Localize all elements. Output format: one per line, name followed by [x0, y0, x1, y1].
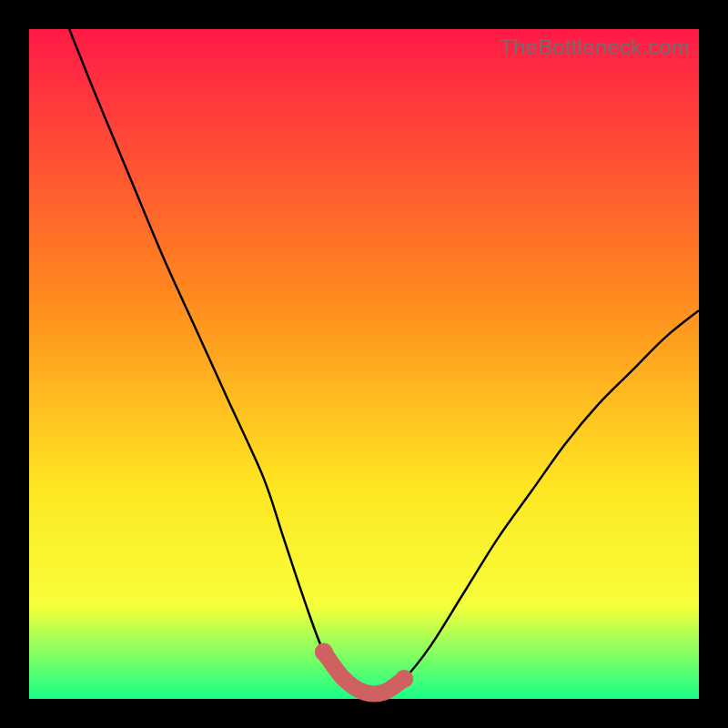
optimal-zone-highlight	[324, 652, 404, 693]
chart-plot-area: TheBottleneck.com	[29, 29, 699, 699]
chart-frame: TheBottleneck.com	[0, 0, 728, 728]
chart-svg	[29, 29, 699, 699]
highlight-end-dot	[395, 670, 413, 688]
bottleneck-curve	[69, 29, 699, 693]
highlight-end-dot	[315, 642, 333, 661]
